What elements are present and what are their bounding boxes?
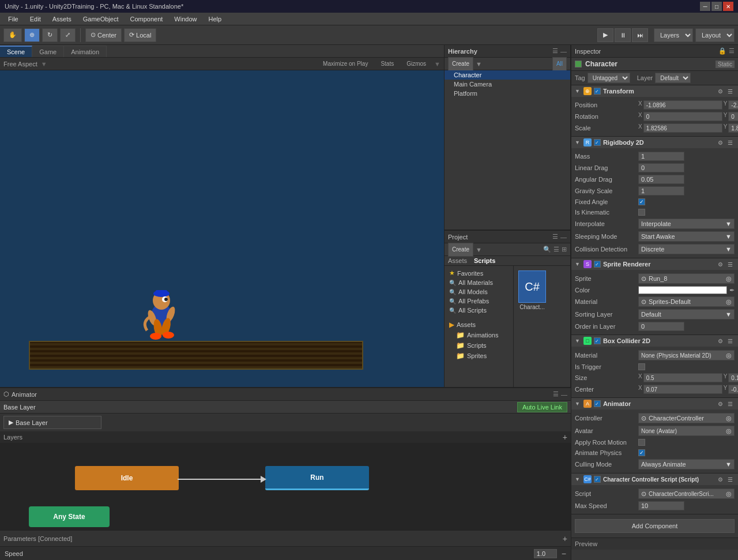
auto-live-link-btn[interactable]: Auto Live Link [517, 402, 567, 412]
fav-all-models[interactable]: 🔍 All Models [447, 287, 511, 296]
speed-input[interactable] [534, 549, 557, 558]
animate-physics-checkbox[interactable] [638, 449, 645, 456]
add-layer-btn[interactable]: + [563, 433, 567, 442]
add-component-button[interactable]: Add Component [575, 519, 735, 533]
animator-menu-icon[interactable]: ☰ [553, 390, 559, 398]
apply-root-motion-checkbox[interactable] [638, 439, 645, 446]
box-collider2d-menu-icon[interactable]: ☰ [726, 337, 735, 345]
scale-y[interactable] [728, 123, 738, 133]
box-collider2d-settings-icon[interactable]: ⚙ [716, 337, 725, 345]
sprite-renderer-menu-icon[interactable]: ☰ [726, 261, 735, 268]
hierarchy-item-maincamera[interactable]: Main Camera [445, 80, 570, 89]
minimize-button[interactable]: ─ [700, 2, 710, 11]
play-button[interactable]: ▶ [597, 28, 613, 42]
layers-dropdown[interactable]: Layers [654, 28, 693, 42]
menu-assets[interactable]: Assets [47, 14, 77, 24]
state-idle-node[interactable]: Idle [75, 466, 179, 490]
scale-x[interactable] [643, 123, 722, 133]
interpolate-dropdown[interactable]: Interpolate ▼ [638, 219, 735, 229]
gravity-scale-input[interactable] [638, 186, 684, 196]
is-trigger-checkbox[interactable] [638, 363, 645, 370]
tab-assets[interactable]: Assets [448, 257, 467, 264]
minus-speed-btn[interactable]: − [562, 549, 566, 558]
hierarchy-item-platform[interactable]: Platform [445, 89, 570, 98]
rigidbody2d-menu-icon[interactable]: ☰ [726, 139, 735, 146]
scripts-folder[interactable]: 📁 Scripts [447, 340, 511, 351]
asset-charact[interactable]: C# Charact... [516, 268, 548, 313]
tool-hand[interactable]: ✋ [3, 28, 22, 42]
project-search-icon[interactable]: 🔍 [543, 246, 551, 253]
project-create-arrow[interactable]: ▼ [476, 246, 482, 253]
sprite-renderer-settings-icon[interactable]: ⚙ [716, 261, 725, 268]
char-controller-enable[interactable]: ✓ [594, 476, 601, 483]
base-layer-item[interactable]: ▶ Base Layer [3, 416, 101, 429]
hierarchy-collapse-icon[interactable]: — [560, 48, 567, 55]
center-y[interactable] [728, 385, 738, 394]
material-dropdown[interactable]: ⊙ Sprites-Default ◎ [638, 296, 735, 307]
sprite-renderer-enable[interactable]: ✓ [594, 261, 601, 268]
sprite-renderer-header[interactable]: ▼ S ✓ Sprite Renderer ⚙ ☰ [571, 258, 738, 270]
linear-drag-input[interactable] [638, 163, 684, 172]
fav-all-materials[interactable]: 🔍 All Materials [447, 278, 511, 287]
state-any-node[interactable]: Any State [29, 506, 110, 527]
rigidbody2d-settings-icon[interactable]: ⚙ [716, 139, 725, 146]
hierarchy-item-character[interactable]: Character [445, 70, 570, 80]
hierarchy-menu-icon[interactable]: ☰ [552, 47, 558, 55]
hierarchy-create-btn[interactable]: Create [448, 57, 473, 71]
layer-select[interactable]: Default [655, 73, 691, 83]
transform-settings-icon[interactable]: ⚙ [716, 88, 725, 95]
hierarchy-all-btn[interactable]: All [552, 57, 567, 71]
char-controller-header[interactable]: ▼ C# ✓ Character Controller Script (Scri… [571, 473, 738, 485]
char-controller-menu-icon[interactable]: ☰ [726, 476, 735, 483]
controller-dropdown[interactable]: ⊙ CharacterController ◎ [638, 413, 735, 423]
pos-x[interactable] [643, 100, 722, 110]
box-collider2d-enable[interactable]: ✓ [594, 337, 601, 344]
sorting-layer-dropdown[interactable]: Default ▼ [638, 309, 735, 320]
rot-y[interactable] [728, 112, 738, 121]
menu-window[interactable]: Window [168, 14, 202, 24]
project-collapse-icon[interactable]: — [560, 234, 567, 240]
angular-drag-input[interactable] [638, 175, 684, 184]
obj-enabled-checkbox[interactable] [575, 61, 582, 67]
size-x[interactable] [643, 373, 722, 382]
animations-folder[interactable]: 📁 Animations [447, 330, 511, 340]
animator-comp-settings-icon[interactable]: ⚙ [716, 400, 725, 408]
project-icon2[interactable]: ⊞ [562, 246, 567, 253]
menu-edit[interactable]: Edit [24, 14, 47, 24]
max-speed-input[interactable] [638, 501, 684, 510]
fav-all-prefabs[interactable]: 🔍 All Prefabs [447, 296, 511, 306]
tab-scene[interactable]: Scene [0, 46, 32, 57]
pos-y[interactable] [728, 100, 738, 110]
fixed-angle-checkbox[interactable] [638, 198, 645, 205]
script-dropdown[interactable]: ⊙ CharacterControllerScri... ◎ [638, 488, 735, 499]
sprites-folder[interactable]: 📁 Sprites [447, 351, 511, 361]
menu-gameobject[interactable]: GameObject [77, 14, 125, 24]
color-eyedropper-icon[interactable]: ✒ [729, 287, 735, 294]
layout-dropdown[interactable]: Layout [695, 28, 735, 42]
transform-menu-icon[interactable]: ☰ [726, 88, 735, 95]
tab-scripts[interactable]: Scripts [474, 257, 495, 264]
hierarchy-create-arrow[interactable]: ▼ [476, 61, 482, 67]
maximize-button[interactable]: □ [711, 2, 722, 11]
culling-mode-dropdown[interactable]: Always Animate ▼ [638, 459, 735, 469]
animator-comp-header[interactable]: ▼ A ✓ Animator ⚙ ☰ [571, 398, 738, 409]
pivot-button[interactable]: ⊙ Center [85, 28, 122, 42]
avatar-dropdown[interactable]: None (Avatar) ◎ [638, 426, 735, 436]
maximize-on-play-btn[interactable]: Maximize on Play [318, 57, 372, 71]
space-button[interactable]: ⟳ Local [124, 28, 156, 42]
collision-detection-dropdown[interactable]: Discrete ▼ [638, 244, 735, 254]
assets-folder[interactable]: ▶ Assets [447, 320, 511, 330]
mass-input[interactable] [638, 152, 684, 161]
order-in-layer-input[interactable] [638, 322, 684, 331]
state-run-node[interactable]: Run [265, 466, 369, 490]
size-y[interactable] [728, 373, 738, 382]
animator-comp-menu-icon[interactable]: ☰ [726, 400, 735, 408]
sleeping-mode-dropdown[interactable]: Start Awake ▼ [638, 231, 735, 242]
tab-animation[interactable]: Animation [64, 46, 107, 57]
transform-header[interactable]: ▼ ⊕ ✓ Transform ⚙ ☰ [571, 85, 738, 97]
inspector-menu-icon[interactable]: ☰ [729, 47, 735, 55]
animator-collapse-icon[interactable]: — [561, 391, 567, 398]
tool-move[interactable]: ⊕ [24, 28, 40, 42]
inspector-lock-icon[interactable]: 🔒 [718, 47, 726, 55]
animator-canvas[interactable]: Idle Run Any State [0, 443, 571, 530]
